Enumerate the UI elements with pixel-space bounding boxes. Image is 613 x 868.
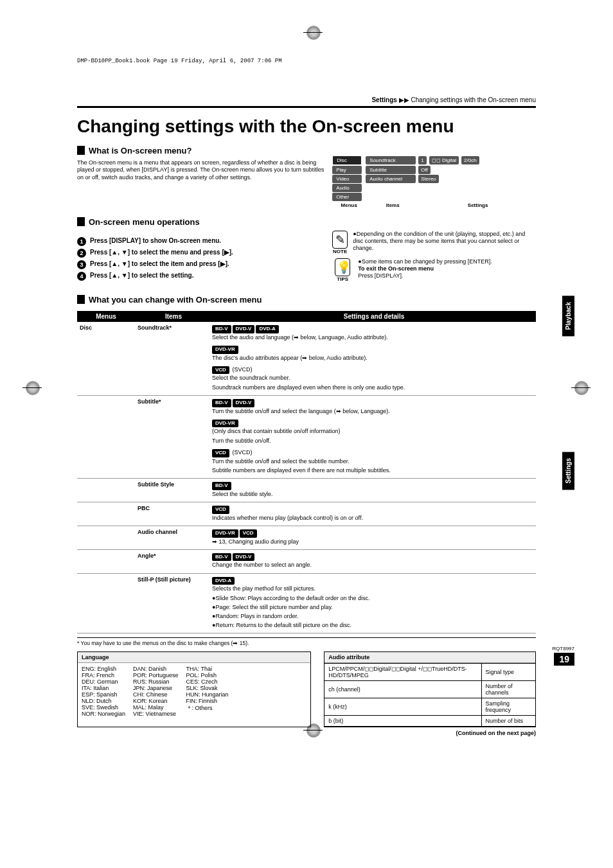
note-box: ✎ NOTE ●Depending on the condition of th… xyxy=(332,231,536,254)
format-badge: DVD-A xyxy=(256,325,278,333)
note-text: ●Depending on the condition of the unit … xyxy=(353,231,536,254)
td-details: BD-VSelect the subtitle style. xyxy=(212,481,536,499)
section-title: What you can change with On-screen menu xyxy=(89,295,262,305)
osd-menu-audio: Audio xyxy=(332,184,362,192)
table-row: Subtitle StyleBD-VSelect the subtitle st… xyxy=(77,479,536,502)
table-row: PBCVCDIndicates whether menu play (playb… xyxy=(77,502,536,526)
page-number: 19 xyxy=(554,653,574,666)
step-number-icon: 1 xyxy=(77,237,86,246)
operation-step: 2Press [▲, ▼] to select the menu and pre… xyxy=(77,249,326,258)
language-column: ENG: EnglishFRA: FrenchDEU: GermanITA: I… xyxy=(82,666,125,717)
badge-suffix: (SVCD) xyxy=(231,449,253,456)
page-title: Changing settings with the On-screen men… xyxy=(77,117,536,137)
language-entry: POR: Portuguese xyxy=(133,672,179,678)
section-title: What is On-screen menu? xyxy=(89,146,191,155)
detail-line: Turn the subtitle on/off. xyxy=(212,437,536,445)
attr-cell: k (kHz) xyxy=(324,698,481,716)
step-text: Press [▲, ▼] to select the menu and pres… xyxy=(90,249,233,256)
breadcrumb: Settings ▶▶ Changing settings with the O… xyxy=(77,96,536,108)
language-entry: DEU: German xyxy=(82,678,125,685)
td-menu xyxy=(77,553,135,571)
format-badge: VCD xyxy=(212,506,229,514)
language-entry: SVE: Swedish xyxy=(82,704,125,711)
attr-cell: LPCM/PPCM/◻◻Digital/◻◻Digital +/◻◻TrueHD… xyxy=(324,664,481,681)
badge-suffix: (SVCD) xyxy=(231,366,253,373)
language-entry: ESP: Spanish xyxy=(82,691,125,698)
detail-line: Selects the play method for still pictur… xyxy=(212,585,536,592)
table-row: DiscSoundtrack*BD-VDVD-VDVD-ASelect the … xyxy=(77,322,536,396)
osd-menu-disc: Disc xyxy=(332,155,362,165)
detail-line: ●Return: Returns to the default still pi… xyxy=(212,621,536,629)
step-text: Press [▲, ▼] to select the setting. xyxy=(90,272,194,279)
attr-cell: ch (channel) xyxy=(324,681,481,698)
section-bar-icon xyxy=(77,217,85,226)
osd-diagram: DiscSoundtrack1◻◻ Digital2/0chPlaySubtit… xyxy=(332,155,536,208)
detail-line: Select the soundtrack number. xyxy=(212,374,536,382)
language-entry: KOR: Korean xyxy=(133,698,179,704)
attr-row: b (bit)Number of bits xyxy=(324,716,535,727)
section-body: The On-screen menu is a menu that appear… xyxy=(77,159,326,182)
tips-icon: 💡 xyxy=(335,258,350,276)
tips-box: 💡 TIPS ●Some items can be changed by pre… xyxy=(332,258,536,282)
operation-step: 3Press [▲, ▼] to select the item and pre… xyxy=(77,260,326,269)
language-column: DAN: DanishPOR: PortugueseRUS: RussianJP… xyxy=(133,666,179,717)
table-row: Still-P (Still picture)DVD-ASelects the … xyxy=(77,574,536,634)
osd-item: Audio channel xyxy=(366,175,416,183)
language-entry: SLK: Slovak xyxy=(186,685,229,691)
language-entry: POL: Polish xyxy=(186,672,229,678)
td-menu xyxy=(77,576,135,631)
td-item: Subtitle* xyxy=(135,398,212,475)
detail-line: ➡ 13, Changing audio during play xyxy=(212,538,536,545)
osd-item: Soundtrack xyxy=(366,156,416,164)
table-header: Menus Items Settings and details xyxy=(77,311,536,322)
language-entry: NLD: Dutch xyxy=(82,698,125,704)
steps-list: 1Press [DISPLAY] to show On-screen menu.… xyxy=(77,235,326,286)
detail-line: Soundtrack numbers are displayed even wh… xyxy=(212,384,536,391)
td-details: BD-VDVD-VChange the number to select an … xyxy=(212,553,536,571)
osd-label: Settings xyxy=(420,202,536,208)
tips-line: Press [DISPLAY]. xyxy=(358,272,492,279)
td-details: BD-VDVD-VDVD-ASelect the audio and langu… xyxy=(212,324,536,393)
attr-cell: Number of channels xyxy=(481,681,535,698)
table-row: Audio channelDVD-VRVCD➡ 13, Changing aud… xyxy=(77,526,536,550)
osd-value: Stereo xyxy=(418,175,439,183)
format-badge: VCD xyxy=(212,366,229,375)
book-header-line: DMP-BD10PP_Book1.book Page 19 Friday, Ap… xyxy=(77,58,282,64)
th-details: Settings and details xyxy=(212,311,536,322)
format-badge: BD-V xyxy=(212,553,231,562)
step-number-icon: 3 xyxy=(77,260,86,269)
format-badge: DVD-VR xyxy=(212,346,238,354)
osd-label: Items xyxy=(366,202,420,208)
detail-line: ●Page: Select the still picture number a… xyxy=(212,603,536,611)
language-entry: HUN: Hungarian xyxy=(186,691,229,698)
section-what-is: What is On-screen menu? xyxy=(77,146,536,155)
attr-cell: Sampling frequency xyxy=(481,698,535,716)
td-menu xyxy=(77,398,135,475)
osd-menu-play: Play xyxy=(332,166,362,174)
format-badge: VCD xyxy=(212,449,229,457)
step-number-icon: 4 xyxy=(77,272,86,281)
attr-row: k (kHz)Sampling frequency xyxy=(324,698,535,716)
language-column: THA: ThaiPOL: PolishCES: CzechSLK: Slova… xyxy=(186,666,229,717)
format-badge: BD-V xyxy=(212,325,231,333)
attr-cell: b (bit) xyxy=(324,716,481,727)
format-badge: BD-V xyxy=(212,399,231,407)
language-entry: ITA: Italian xyxy=(82,685,125,691)
td-details: BD-VDVD-VTurn the subtitle on/off and se… xyxy=(212,398,536,475)
language-entry: FRA: French xyxy=(82,672,125,678)
th-menus: Menus xyxy=(77,311,135,322)
td-menu xyxy=(77,505,135,523)
osd-value: 2/0ch xyxy=(461,156,479,164)
footnote: * You may have to use the menus on the d… xyxy=(77,637,536,646)
note-icon: ✎ xyxy=(332,231,348,249)
language-entry: THA: Thai xyxy=(186,666,229,672)
operation-step: 1Press [DISPLAY] to show On-screen menu. xyxy=(77,237,326,246)
osd-item: Subtitle xyxy=(366,166,416,174)
format-badge: DVD-VR xyxy=(212,529,238,538)
format-badge: DVD-V xyxy=(233,553,255,562)
detail-line: Change the number to select an angle. xyxy=(212,561,536,569)
format-badge: DVD-VR xyxy=(212,420,238,428)
side-tab-playback: Playback xyxy=(562,296,574,336)
td-item: Soundtrack* xyxy=(135,324,212,393)
th-items: Items xyxy=(135,311,212,322)
